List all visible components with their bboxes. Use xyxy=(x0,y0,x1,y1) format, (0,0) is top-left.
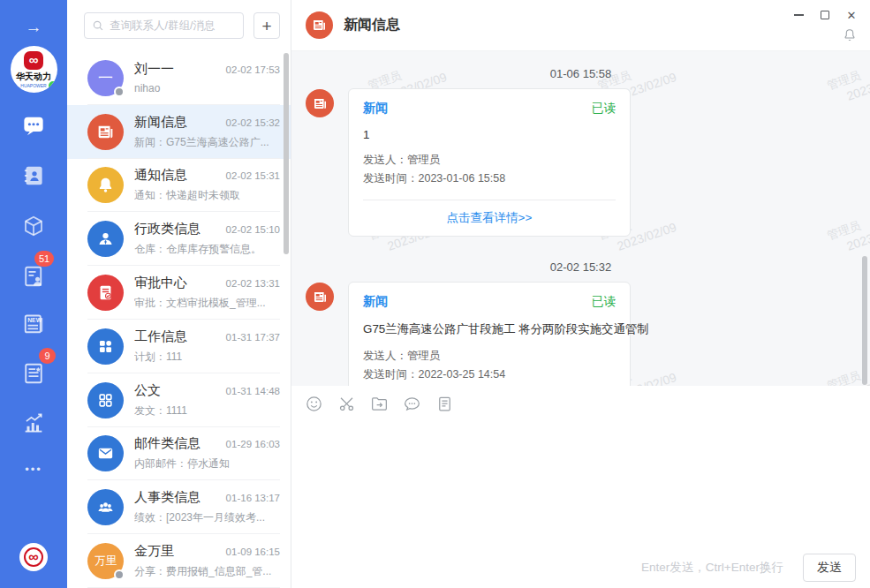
message-tag: 新闻 xyxy=(363,294,388,310)
cube-icon xyxy=(20,213,47,239)
conversation-item[interactable]: 通知信息02-02 15:31 通知：快递超时未领取 xyxy=(67,159,291,213)
conversation-time: 01-29 16:03 xyxy=(226,439,280,449)
time-divider: 01-06 15:58 xyxy=(291,67,870,80)
offline-status-dot xyxy=(114,87,125,97)
message-row: 新闻 已读 G75兰海高速公路广甘段施工 将分两阶段实施交通管制 发送人：管理员… xyxy=(291,282,870,386)
brand-logo: ∞ 华天动力 HUAPOWER xyxy=(11,46,57,93)
message-sender: 发送人：管理员 xyxy=(363,151,616,170)
conversation-name: 审批中心 xyxy=(134,275,187,291)
conversation-preview: 新闻：G75兰海高速公路广... xyxy=(134,135,280,150)
close-button[interactable]: ✕ xyxy=(838,4,865,26)
maximize-button[interactable] xyxy=(812,4,838,26)
conversation-time: 01-31 14:48 xyxy=(226,386,280,396)
minimize-button[interactable] xyxy=(785,4,812,26)
avatar xyxy=(87,167,124,203)
read-status: 已读 xyxy=(592,101,616,117)
grid-solid-icon xyxy=(95,336,116,357)
sidebar-item-notes[interactable] xyxy=(0,360,67,387)
conversation-preview: 分享：费用报销_信息部_管... xyxy=(134,564,280,579)
view-detail-link[interactable]: 点击查看详情>> xyxy=(447,211,533,224)
minimize-icon xyxy=(794,14,804,16)
conversation-name: 人事类信息 xyxy=(134,489,200,506)
search-icon xyxy=(92,19,104,32)
sidebar-item-statistics[interactable] xyxy=(0,410,67,436)
svg-text:NEW: NEW xyxy=(27,317,42,323)
sidebar-item-news[interactable]: NEW xyxy=(0,311,67,337)
offline-status-dot xyxy=(114,569,125,580)
maximize-icon xyxy=(821,11,829,19)
collapse-arrow-icon[interactable]: → xyxy=(0,16,67,39)
envelope-icon xyxy=(95,443,116,464)
newspaper-icon xyxy=(311,17,328,34)
add-button[interactable]: + xyxy=(253,12,280,39)
avatar-text: 万里 xyxy=(95,554,117,569)
conversation-item[interactable]: 行政类信息02-02 15:10 仓库：仓库库存预警信息。 xyxy=(67,212,291,266)
sidebar-item-messages[interactable] xyxy=(0,112,67,139)
conversation-list-panel: + 一 刘一一02-02 17:53 nihao xyxy=(67,0,291,588)
window-controls: ✕ xyxy=(785,4,865,26)
message-avatar xyxy=(306,283,334,311)
user-avatar[interactable]: ∞ 华天动力 HUAPOWER xyxy=(0,46,67,93)
sidebar-item-more[interactable]: ••• xyxy=(0,463,67,476)
conversation-name: 金万里 xyxy=(134,543,174,560)
sidebar-footer-logo[interactable]: ∞ xyxy=(0,543,67,571)
conversation-item[interactable]: 审批中心02-02 13:31 审批：文档审批模板_管理... xyxy=(67,266,291,320)
sidebar-item-apps[interactable] xyxy=(0,213,67,239)
chat-header: 新闻信息 ✕ xyxy=(291,0,870,51)
conversation-time: 01-09 16:15 xyxy=(226,547,280,557)
conversation-item-selected[interactable]: 新闻信息02-02 15:32 新闻：G75兰海高速公路广... xyxy=(67,105,291,159)
screenshot-scissors-button[interactable] xyxy=(337,394,357,414)
footer-infinity-icon: ∞ xyxy=(24,547,43,567)
message-input[interactable] xyxy=(291,420,870,547)
chat-history-button[interactable] xyxy=(402,394,422,414)
notification-bell-button[interactable] xyxy=(842,26,858,48)
conversation-item[interactable]: 公文01-31 14:48 发文：1111 xyxy=(67,373,291,427)
conversation-time: 01-16 13:17 xyxy=(226,493,280,503)
chat-title: 新闻信息 xyxy=(344,16,400,34)
search-input[interactable] xyxy=(110,19,236,32)
compose-toolbar xyxy=(291,386,870,420)
avatar xyxy=(87,435,124,471)
avatar-text: 一 xyxy=(98,68,113,88)
bar-chart-icon xyxy=(20,410,47,436)
conversation-preview: 通知：快递超时未领取 xyxy=(134,188,280,203)
search-row: + xyxy=(67,0,291,51)
notes-button[interactable] xyxy=(435,394,455,414)
message-area: 管理员2023/02/09管理员2023/02/09管理员2023/02/09管… xyxy=(291,51,870,386)
conversation-item[interactable]: 万里 金万里01-09 16:15 分享：费用报销_信息部_管... xyxy=(67,534,291,588)
message-row: 新闻 已读 1 发送人：管理员 发送时间：2023-01-06 15:58 点击… xyxy=(291,88,870,237)
message-content: 1 xyxy=(363,128,616,141)
conversation-item[interactable]: 人事类信息01-16 13:17 绩效：[2023年一月绩效考... xyxy=(67,480,291,534)
app-window: → ∞ 华天动力 HUAPOWER xyxy=(0,0,870,588)
business-person-icon xyxy=(95,229,116,249)
conversation-time: 01-31 17:37 xyxy=(226,332,280,343)
messages-scrollbar-thumb[interactable] xyxy=(862,256,867,385)
sidebar-item-contacts[interactable] xyxy=(0,162,67,189)
send-file-folder-button[interactable] xyxy=(369,394,390,414)
conversation-item[interactable]: 邮件类信息01-29 16:03 内部邮件：停水通知 xyxy=(67,427,291,481)
sidebar: → ∞ 华天动力 HUAPOWER xyxy=(0,0,67,588)
conversation-item[interactable]: 一 刘一一02-02 17:53 nihao xyxy=(67,51,291,105)
avatar: 一 xyxy=(87,60,124,96)
read-status: 已读 xyxy=(592,294,616,310)
emoji-button[interactable] xyxy=(304,394,324,414)
more-ellipsis-icon: ••• xyxy=(25,463,42,476)
conversation-item[interactable]: 工作信息01-31 17:37 计划：111 xyxy=(67,320,291,373)
sidebar-item-reports[interactable] xyxy=(0,263,67,290)
conversation-name: 行政类信息 xyxy=(134,221,200,237)
brand-infinity-icon: ∞ xyxy=(24,51,44,70)
grid-outline-icon xyxy=(95,390,116,411)
search-box[interactable] xyxy=(84,12,244,39)
conversation-time: 02-02 17:53 xyxy=(226,64,280,75)
message-sent-time: 发送时间：2022-03-25 14:54 xyxy=(363,366,616,384)
footer-logo-circle: ∞ xyxy=(19,543,48,571)
newspaper-icon xyxy=(95,122,116,142)
send-button[interactable]: 发送 xyxy=(803,554,856,582)
approval-doc-icon xyxy=(95,283,116,303)
list-scrollbar-thumb[interactable] xyxy=(284,53,289,254)
bell-icon xyxy=(95,175,116,195)
time-divider: 02-02 15:32 xyxy=(291,260,870,274)
note-doc-icon xyxy=(20,360,47,387)
conversation-preview: 内部邮件：停水通知 xyxy=(134,456,280,471)
conversation-time: 02-02 13:31 xyxy=(226,278,280,289)
